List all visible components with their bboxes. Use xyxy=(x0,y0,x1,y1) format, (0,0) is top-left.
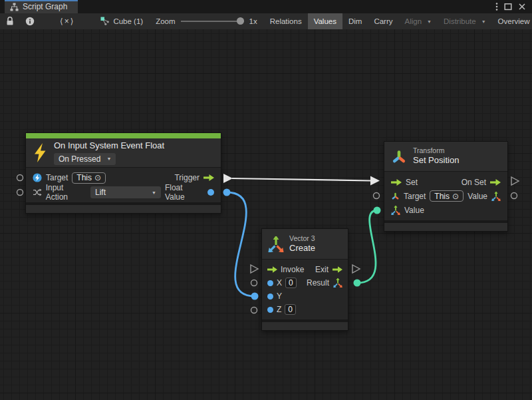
zoom-value: 1x xyxy=(249,17,257,25)
node-title: On Input System Event Float xyxy=(54,140,164,151)
graph-reference-button[interactable]: Cube (1) xyxy=(94,13,149,29)
value-out-port-empty[interactable] xyxy=(511,193,517,199)
input-action-dropdown[interactable]: Lift ▼ xyxy=(90,186,161,198)
x-port-dot[interactable] xyxy=(267,280,273,286)
close-icon[interactable] xyxy=(518,3,526,11)
port-row-y: Y xyxy=(262,290,348,303)
chevron-down-icon: ▼ xyxy=(427,19,432,24)
float-value-output-label: Float Value xyxy=(165,183,203,202)
zoom-control: Zoom 1x xyxy=(149,13,264,29)
y-port-connected[interactable] xyxy=(251,293,259,300)
node-title: Create xyxy=(289,243,315,254)
code-icon: ⟨×⟩ xyxy=(60,17,74,26)
value-in-port-connected[interactable] xyxy=(374,207,381,214)
x-port-empty[interactable] xyxy=(251,280,257,286)
inputaction-port-empty[interactable] xyxy=(17,190,23,196)
floatvalue-port-connected[interactable] xyxy=(223,189,231,196)
maximize-icon[interactable] xyxy=(504,3,512,11)
target-port-empty[interactable] xyxy=(17,175,23,181)
code-preview-button[interactable]: ⟨×⟩ xyxy=(40,13,94,29)
tab-script-graph[interactable]: Script Graph xyxy=(5,0,78,13)
port-row-set-onset: Set On Set xyxy=(384,175,507,189)
node-header[interactable]: Vector 3 Create xyxy=(262,229,348,260)
wire-floatvalue-to-y[interactable] xyxy=(227,192,255,296)
node-footer xyxy=(384,222,507,231)
graph-reference-label: Cube (1) xyxy=(113,17,143,25)
trigger-output-label: Trigger xyxy=(174,173,200,182)
event-color-band xyxy=(26,133,221,138)
zoom-slider-handle[interactable] xyxy=(237,17,244,25)
window-controls xyxy=(495,0,532,13)
input-event-icon xyxy=(33,173,42,182)
node-type-label: Transform xyxy=(413,146,459,155)
target-object-field[interactable]: This ⊙ xyxy=(72,172,106,184)
zoom-slider-track xyxy=(181,21,244,22)
carry-button[interactable]: Carry xyxy=(368,13,398,29)
z-port-dot[interactable] xyxy=(267,307,273,313)
menu-icon[interactable] xyxy=(495,2,498,11)
trigger-port-connected[interactable] xyxy=(223,174,233,183)
zoom-slider[interactable] xyxy=(181,17,244,25)
exit-output-label: Exit xyxy=(315,265,329,274)
lock-button[interactable] xyxy=(0,13,20,29)
wire-result-to-value[interactable] xyxy=(357,210,377,283)
relations-label: Relations xyxy=(270,17,302,25)
relations-button[interactable]: Relations xyxy=(264,13,308,29)
distribute-button[interactable]: Distribute ▼ xyxy=(438,13,492,29)
chevron-down-icon: ▼ xyxy=(106,156,111,162)
result-port-connected[interactable] xyxy=(354,280,361,287)
node-vector3-create[interactable]: Vector 3 Create Invoke Exit xyxy=(261,228,348,331)
z-port-empty[interactable] xyxy=(251,307,257,313)
flow-arrow-icon xyxy=(203,174,214,181)
node-body: Set On Set Target xyxy=(384,172,507,220)
node-type-label: Vector 3 xyxy=(289,234,315,243)
event-mode-value: On Pressed xyxy=(59,154,100,164)
overview-label: Overview xyxy=(498,17,530,25)
transform-target-port-empty[interactable] xyxy=(374,193,380,199)
align-button[interactable]: Align ▼ xyxy=(399,13,438,29)
flow-arrow-icon xyxy=(490,179,501,186)
script-graph-window: Script Graph xyxy=(0,0,532,400)
port-row-x-result: X 0 Result xyxy=(262,276,348,290)
port-row-invoke-exit: Invoke Exit xyxy=(262,263,348,276)
graph-node-icon xyxy=(100,17,110,26)
target-input-label: Target xyxy=(404,192,426,201)
node-footer xyxy=(26,204,221,213)
z-value: 0 xyxy=(288,305,293,314)
port-row-inputaction-floatvalue: Input Action Lift ▼ Float Value xyxy=(26,185,221,200)
node-header[interactable]: Transform Set Position xyxy=(384,142,507,172)
dim-button[interactable]: Dim xyxy=(342,13,368,29)
info-button[interactable] xyxy=(20,13,40,29)
set-port-connected[interactable] xyxy=(370,176,380,186)
values-button[interactable]: Values xyxy=(308,13,342,29)
target-object-field[interactable]: This ⊙ xyxy=(430,190,464,202)
overview-button[interactable]: Overview xyxy=(492,13,532,29)
chevron-down-icon: ▼ xyxy=(152,190,156,195)
flow-arrow-icon xyxy=(267,266,277,273)
exit-port-empty[interactable] xyxy=(352,265,360,273)
y-input-label: Y xyxy=(277,292,282,301)
float-port-dot[interactable] xyxy=(207,189,214,196)
y-port-dot[interactable] xyxy=(267,294,273,300)
node-body: Target This ⊙ Trigger xyxy=(26,168,221,202)
graph-canvas[interactable]: On Input System Event Float On Pressed ▼… xyxy=(0,29,532,400)
z-value-field[interactable]: 0 xyxy=(285,304,296,315)
x-value-field[interactable]: 0 xyxy=(285,278,297,288)
target-object-value: This xyxy=(76,173,92,182)
set-input-label: Set xyxy=(406,178,418,187)
value-input-label: Value xyxy=(404,206,424,215)
invoke-port-empty[interactable] xyxy=(251,265,258,273)
node-header[interactable]: On Input System Event Float On Pressed ▼ xyxy=(26,138,221,168)
chevron-down-icon: ▼ xyxy=(481,19,486,24)
node-on-input-system-event-float[interactable]: On Input System Event Float On Pressed ▼… xyxy=(25,132,221,214)
wire-trigger-to-set[interactable] xyxy=(232,178,371,181)
node-title: Set Position xyxy=(413,155,459,166)
x-value: 0 xyxy=(289,278,293,288)
node-transform-set-position[interactable]: Transform Set Position Set On Set xyxy=(384,141,508,232)
port-row-value-in: Value xyxy=(384,203,507,217)
onset-port-empty[interactable] xyxy=(511,177,519,185)
vector3-mini-icon xyxy=(391,206,400,215)
event-mode-dropdown[interactable]: On Pressed ▼ xyxy=(54,153,116,165)
transform-mini-icon xyxy=(391,192,400,200)
vector3-mini-icon xyxy=(491,192,501,201)
